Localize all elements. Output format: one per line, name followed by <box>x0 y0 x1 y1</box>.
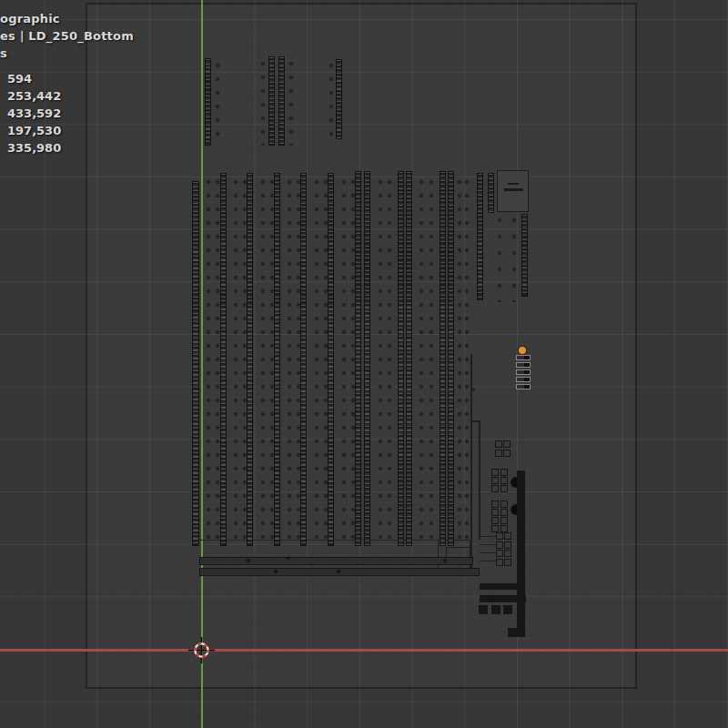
rack-row[interactable] <box>488 173 494 213</box>
machine-block[interactable] <box>500 485 508 492</box>
rack-row[interactable] <box>398 171 404 546</box>
viewport-header-text: ographices | LD_250_Bottoms <box>0 10 134 62</box>
machine-block[interactable] <box>500 477 508 484</box>
machine-block[interactable] <box>495 450 502 457</box>
shelf-row[interactable] <box>516 384 531 389</box>
rack-row[interactable] <box>205 58 211 146</box>
shelf-row[interactable] <box>516 377 531 382</box>
machine-block[interactable] <box>500 469 508 476</box>
rack-row[interactable] <box>220 173 227 546</box>
wall-line[interactable] <box>470 420 480 422</box>
statistics-overlay: 594 253,442 433,592 197,530 335,980 <box>7 70 61 157</box>
machine-block[interactable] <box>503 450 511 457</box>
pillar-dot-column <box>464 178 470 541</box>
pillar-dot-column <box>497 217 502 302</box>
pillar-dot-column <box>350 178 356 541</box>
rack-row[interactable] <box>278 56 285 146</box>
machine-block[interactable] <box>496 550 503 557</box>
wall-bar[interactable] <box>517 470 525 637</box>
rack-row[interactable] <box>274 173 280 546</box>
pillar-dot-column <box>457 178 462 541</box>
conveyor-link-line <box>480 544 496 545</box>
label-box-text-line <box>504 188 523 191</box>
pillar-dot-column <box>296 178 301 541</box>
pillar-dot-column <box>341 178 347 541</box>
rack-row[interactable] <box>268 56 275 146</box>
rack-row[interactable] <box>440 171 446 546</box>
machine-block[interactable] <box>500 500 508 508</box>
shelf-row[interactable] <box>516 362 531 368</box>
pillar-dot-column <box>288 60 294 146</box>
shelf-row-block <box>524 356 530 359</box>
shelf-row[interactable] <box>516 369 531 375</box>
stat-value: 335,980 <box>7 139 61 157</box>
rack-row[interactable] <box>336 59 342 139</box>
machine-block[interactable] <box>504 550 511 557</box>
pillar-dot-column <box>287 178 292 541</box>
pillar-dot-column <box>242 178 248 541</box>
machine-block[interactable] <box>500 509 508 516</box>
shelf-row-block <box>524 378 530 381</box>
conveyor-link-line <box>480 561 496 561</box>
pillar-dot-column <box>233 178 238 541</box>
rack-row[interactable] <box>448 171 454 546</box>
stat-value: 433,592 <box>7 105 61 122</box>
pillar-dot-column <box>378 178 383 541</box>
machine-block[interactable] <box>496 532 503 540</box>
rack-row[interactable] <box>328 173 334 546</box>
machine-block[interactable] <box>495 440 502 448</box>
machine-block[interactable] <box>496 559 503 566</box>
pillar-dot-column <box>419 178 424 541</box>
wall-line[interactable] <box>479 420 480 540</box>
rack-row[interactable] <box>247 173 253 546</box>
shelf-row[interactable] <box>516 355 531 360</box>
pillar-dot-column <box>206 178 211 541</box>
rack-row[interactable] <box>477 173 483 300</box>
machine-block[interactable] <box>504 532 511 540</box>
pillar-dot-column <box>260 60 266 146</box>
conveyor-bar[interactable] <box>199 557 473 565</box>
pillar-dot-column <box>429 178 434 541</box>
view-name-fragment: ographic <box>0 10 134 27</box>
machine-block[interactable] <box>504 541 511 549</box>
pillar-dot-column <box>269 178 275 541</box>
stat-value: 594 <box>7 70 61 87</box>
machine-block[interactable] <box>491 517 499 524</box>
pillar-dot-column <box>329 62 334 140</box>
machine-block[interactable] <box>491 525 499 532</box>
shelf-row-block <box>524 385 530 389</box>
conveyor-link-line <box>480 536 496 537</box>
machine-block[interactable] <box>496 541 503 549</box>
rack-row[interactable] <box>300 173 307 546</box>
machine-block[interactable] <box>491 485 499 492</box>
rack-row[interactable] <box>364 171 370 546</box>
label-box[interactable] <box>497 170 529 212</box>
object-origin-icon[interactable] <box>519 347 526 354</box>
scene-objects-layer[interactable] <box>0 0 728 728</box>
pallet-block[interactable] <box>508 628 517 637</box>
wall-line[interactable] <box>470 354 472 571</box>
blender-3d-viewport[interactable]: ographices | LD_250_Bottoms 594 253,442 … <box>0 0 728 728</box>
pallet-block[interactable] <box>479 605 488 614</box>
machine-block[interactable] <box>491 477 499 484</box>
overlay-fragment: s <box>0 45 134 62</box>
machine-block[interactable] <box>503 440 511 448</box>
rack-row[interactable] <box>192 181 199 546</box>
machine-block[interactable] <box>500 517 508 524</box>
conveyor-link-line <box>480 552 496 553</box>
wall-bar[interactable] <box>480 595 526 602</box>
machine-block[interactable] <box>491 500 499 508</box>
pillar-dot-column <box>215 178 220 541</box>
wall-bar[interactable] <box>480 583 525 590</box>
machine-block[interactable] <box>500 525 508 532</box>
rack-row[interactable] <box>355 171 361 546</box>
pallet-block[interactable] <box>491 605 500 614</box>
shelf-row-block <box>524 370 530 374</box>
machine-block[interactable] <box>504 559 511 566</box>
pallet-block[interactable] <box>503 605 512 614</box>
rack-row[interactable] <box>406 171 412 546</box>
rack-row[interactable] <box>521 214 528 297</box>
machine-block[interactable] <box>491 469 499 476</box>
machine-block[interactable] <box>491 509 499 516</box>
pillar-dot-column <box>314 178 319 541</box>
